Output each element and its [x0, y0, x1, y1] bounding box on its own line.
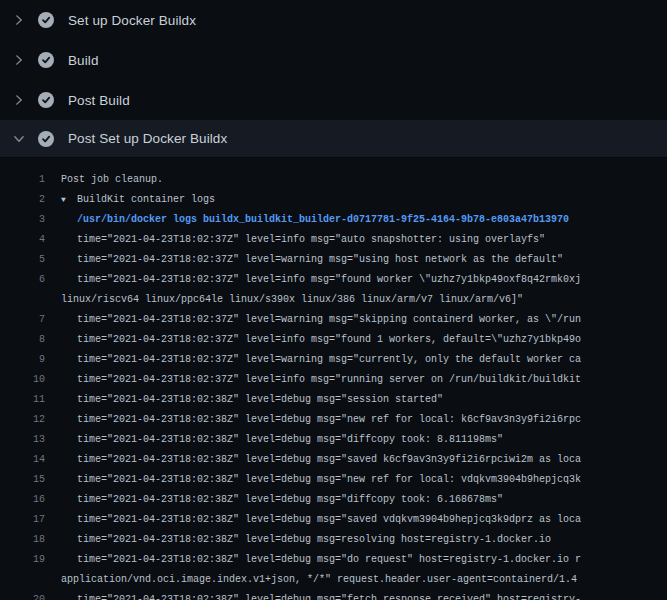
log-line-number[interactable]: 7 [0, 310, 45, 330]
log-line-number[interactable]: 12 [0, 410, 45, 430]
log-panel: 1 Post job cleanup. 2 ▼BuildKit containe… [0, 158, 667, 600]
log-line-number[interactable]: 15 [0, 470, 45, 490]
log-line: 16 time="2021-04-23T18:02:38Z" level=deb… [0, 490, 667, 510]
log-line-text: application/vnd.oci.image.index.v1+json,… [61, 570, 577, 590]
step-row[interactable]: Build [0, 40, 667, 80]
log-line: 11 time="2021-04-23T18:02:38Z" level=deb… [0, 390, 667, 410]
step-row[interactable]: Post Build [0, 80, 667, 120]
group-toggle-icon[interactable]: ▼ [61, 190, 77, 210]
log-line: 1 Post job cleanup. [0, 170, 667, 190]
log-line: 19 time="2021-04-23T18:02:38Z" level=deb… [0, 550, 667, 570]
chevron-right-icon[interactable] [13, 94, 25, 106]
log-line-number[interactable]: 14 [0, 450, 45, 470]
step-row[interactable]: Post Set up Docker Buildx [0, 120, 667, 158]
log-line-text: time="2021-04-23T18:02:38Z" level=debug … [77, 390, 443, 410]
log-line-text: time="2021-04-23T18:02:38Z" level=debug … [77, 590, 581, 600]
check-circle-icon [38, 92, 54, 108]
log-line: 10 time="2021-04-23T18:02:37Z" level=inf… [0, 370, 667, 390]
log-line-text: time="2021-04-23T18:02:38Z" level=debug … [77, 530, 551, 550]
log-line-text: time="2021-04-23T18:02:37Z" level=info m… [77, 230, 545, 250]
log-line-text: time="2021-04-23T18:02:38Z" level=debug … [77, 550, 581, 570]
log-line-number[interactable]: 11 [0, 390, 45, 410]
log-line-number[interactable]: 2 [0, 190, 45, 210]
log-line-number[interactable]: 4 [0, 230, 45, 250]
check-circle-icon [38, 131, 54, 147]
log-line-number[interactable]: 20 [0, 590, 45, 600]
log-line-number[interactable]: 19 [0, 550, 45, 570]
check-circle-icon [38, 12, 54, 28]
log-line: 18 time="2021-04-23T18:02:38Z" level=deb… [0, 530, 667, 550]
log-line-number[interactable] [0, 570, 45, 590]
log-line-text: time="2021-04-23T18:02:37Z" level=info m… [77, 330, 581, 350]
log-line: 13 time="2021-04-23T18:02:38Z" level=deb… [0, 430, 667, 450]
log-line: 3 /usr/bin/docker logs buildx_buildkit_b… [0, 210, 667, 230]
log-line: 6 time="2021-04-23T18:02:37Z" level=info… [0, 270, 667, 290]
actions-log-viewer: Set up Docker Buildx Build P [0, 0, 667, 600]
log-line: 14 time="2021-04-23T18:02:38Z" level=deb… [0, 450, 667, 470]
step-row[interactable]: Set up Docker Buildx [0, 0, 667, 40]
step-label: Post Set up Docker Buildx [68, 131, 227, 146]
log-line-text: time="2021-04-23T18:02:38Z" level=debug … [77, 430, 503, 450]
log-line: 2 ▼BuildKit container logs [0, 190, 667, 210]
log-line-text: time="2021-04-23T18:02:37Z" level=warnin… [77, 250, 563, 270]
log-line: 9 time="2021-04-23T18:02:37Z" level=warn… [0, 350, 667, 370]
log-line-number[interactable]: 9 [0, 350, 45, 370]
log-line: 7 time="2021-04-23T18:02:37Z" level=warn… [0, 310, 667, 330]
log-line-text: time="2021-04-23T18:02:37Z" level=info m… [77, 270, 581, 290]
log-line-number[interactable]: 10 [0, 370, 45, 390]
log-line-text: time="2021-04-23T18:02:38Z" level=debug … [77, 470, 581, 490]
log-line-text: time="2021-04-23T18:02:37Z" level=warnin… [77, 350, 581, 370]
steps-list: Set up Docker Buildx Build P [0, 0, 667, 158]
chevron-down-icon[interactable] [13, 133, 25, 145]
log-line: 5 time="2021-04-23T18:02:37Z" level=warn… [0, 250, 667, 270]
log-line-text: time="2021-04-23T18:02:38Z" level=debug … [77, 510, 581, 530]
log-line-number[interactable]: 8 [0, 330, 45, 350]
log-line-number[interactable]: 5 [0, 250, 45, 270]
log-line: 4 time="2021-04-23T18:02:37Z" level=info… [0, 230, 667, 250]
step-label: Build [68, 53, 99, 68]
log-line-number[interactable]: 3 [0, 210, 45, 230]
chevron-right-icon[interactable] [13, 54, 25, 66]
log-line: 20 time="2021-04-23T18:02:38Z" level=deb… [0, 590, 667, 600]
log-line-number[interactable] [0, 290, 45, 310]
log-line-text: linux/riscv64 linux/ppc64le linux/s390x … [61, 290, 523, 310]
chevron-right-icon[interactable] [13, 14, 25, 26]
log-line-text: ▼BuildKit container logs [61, 190, 215, 210]
log-line: 12 time="2021-04-23T18:02:38Z" level=deb… [0, 410, 667, 430]
log-line-text: time="2021-04-23T18:02:37Z" level=info m… [77, 370, 581, 390]
step-label: Set up Docker Buildx [68, 13, 196, 28]
log-line-text: Post job cleanup. [61, 170, 163, 190]
log-line: 17 time="2021-04-23T18:02:38Z" level=deb… [0, 510, 667, 530]
log-line: linux/riscv64 linux/ppc64le linux/s390x … [0, 290, 667, 310]
check-circle-icon [38, 52, 54, 68]
step-label: Post Build [68, 93, 130, 108]
log-line-number[interactable]: 6 [0, 270, 45, 290]
log-line-number[interactable]: 13 [0, 430, 45, 450]
log-line-number[interactable]: 16 [0, 490, 45, 510]
log-line-text: time="2021-04-23T18:02:38Z" level=debug … [77, 410, 581, 430]
log-line-text: time="2021-04-23T18:02:37Z" level=warnin… [77, 310, 581, 330]
log-line: 8 time="2021-04-23T18:02:37Z" level=info… [0, 330, 667, 350]
log-line-text: /usr/bin/docker logs buildx_buildkit_bui… [77, 210, 569, 230]
log-line-text: time="2021-04-23T18:02:38Z" level=debug … [77, 490, 503, 510]
log-line: application/vnd.oci.image.index.v1+json,… [0, 570, 667, 590]
log-line-text: time="2021-04-23T18:02:38Z" level=debug … [77, 450, 581, 470]
log-line-number[interactable]: 1 [0, 170, 45, 190]
log-line-number[interactable]: 17 [0, 510, 45, 530]
log-line: 15 time="2021-04-23T18:02:38Z" level=deb… [0, 470, 667, 490]
log-line-number[interactable]: 18 [0, 530, 45, 550]
